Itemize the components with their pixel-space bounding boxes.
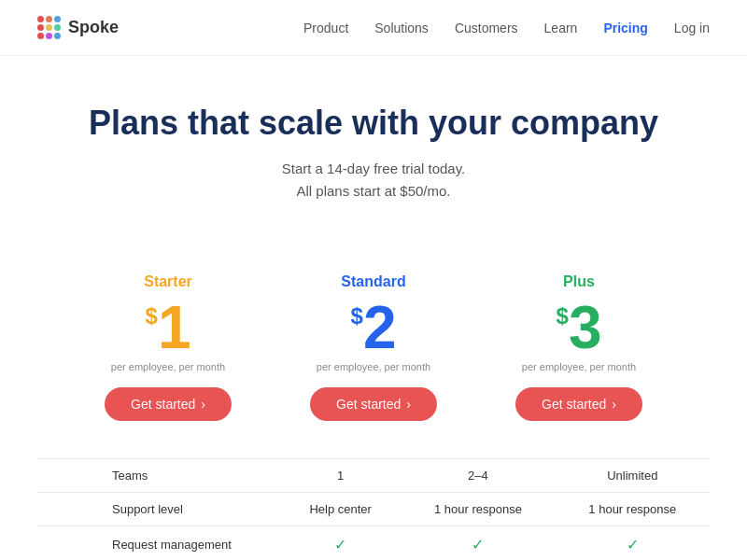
plus-plan-name: Plus (495, 273, 663, 290)
table-row: Request management✓✓✓ (37, 526, 710, 560)
feature-starter-cell: 1 (280, 459, 401, 493)
nav-login[interactable]: Log in (674, 21, 710, 35)
hero-section: Plans that scale with your company Start… (0, 56, 747, 231)
standard-dollar: $ (351, 303, 363, 329)
plan-starter: Starter $ 1 per employee, per month Get … (65, 259, 271, 440)
feature-label: Support level (37, 493, 280, 526)
starter-dollar: $ (146, 303, 158, 329)
feature-standard-cell: 2–4 (401, 459, 555, 493)
nav-pricing[interactable]: Pricing (603, 21, 647, 35)
table-row: Teams12–4Unlimited (37, 459, 710, 493)
hero-title: Plans that scale with your company (37, 103, 710, 143)
standard-price-number: 2 (363, 298, 397, 357)
feature-label: Teams (37, 459, 280, 493)
starter-get-started-button[interactable]: Get started › (105, 387, 232, 421)
feature-plus-cell: ✓ (556, 526, 710, 560)
check-icon: ✓ (472, 537, 484, 553)
logo-text: Spoke (68, 18, 119, 37)
pricing-cards: Starter $ 1 per employee, per month Get … (0, 231, 747, 449)
nav-links: Product Solutions Customers Learn Pricin… (303, 21, 710, 35)
plan-plus: Plus $ 3 per employee, per month Get sta… (476, 259, 682, 440)
standard-price: $ 2 (289, 298, 458, 357)
nav-product[interactable]: Product (303, 21, 348, 35)
feature-plus-cell: Unlimited (556, 459, 710, 493)
starter-price: $ 1 (84, 298, 252, 357)
standard-period: per employee, per month (289, 361, 458, 372)
starter-price-number: 1 (158, 298, 191, 357)
standard-plan-name: Standard (289, 273, 458, 290)
feature-table: Teams12–4UnlimitedSupport levelHelp cent… (37, 458, 710, 560)
standard-get-started-button[interactable]: Get started › (310, 387, 437, 421)
plus-period: per employee, per month (495, 361, 663, 372)
logo[interactable]: Spoke (37, 16, 119, 39)
plus-get-started-button[interactable]: Get started › (515, 387, 642, 421)
starter-period: per employee, per month (84, 361, 252, 372)
feature-starter-cell: Help center (280, 493, 401, 526)
table-row: Support levelHelp center1 hour response1… (37, 493, 710, 526)
feature-starter-cell: ✓ (280, 526, 401, 560)
check-icon: ✓ (334, 537, 346, 553)
starter-plan-name: Starter (84, 273, 252, 290)
logo-icon (37, 16, 61, 39)
plus-price-number: 3 (569, 298, 602, 357)
feature-plus-cell: 1 hour response (556, 493, 710, 526)
feature-label: Request management (37, 526, 280, 560)
plus-price: $ 3 (495, 298, 663, 357)
feature-standard-cell: ✓ (401, 526, 555, 560)
nav-solutions[interactable]: Solutions (374, 21, 429, 35)
feature-standard-cell: 1 hour response (401, 493, 555, 526)
nav-learn[interactable]: Learn (544, 21, 578, 35)
feature-table-wrapper: Teams12–4UnlimitedSupport levelHelp cent… (0, 458, 747, 560)
plan-standard: Standard $ 2 per employee, per month Get… (271, 259, 476, 440)
check-icon: ✓ (627, 537, 639, 553)
nav-customers[interactable]: Customers (455, 21, 518, 35)
plus-dollar: $ (557, 303, 569, 329)
navbar: Spoke Product Solutions Customers Learn … (0, 0, 747, 56)
hero-subtitle: Start a 14-day free trial today. All pla… (37, 158, 710, 203)
